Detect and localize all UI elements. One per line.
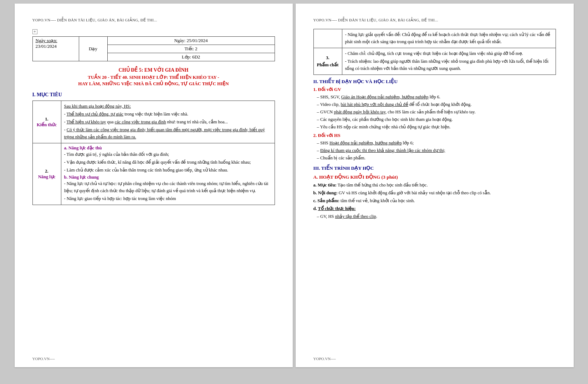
left-footer: YOPO.VN----	[32, 357, 55, 361]
nang-luc-dac-thu-1: - Tìm được giá trị, ý nghĩa của bản thân…	[64, 151, 272, 158]
hoat-dong-title: A. HOẠT ĐỘNG KHỞI ĐỘNG (3 phút)	[313, 174, 556, 180]
section-i-title: I. MỤC TIÊU	[32, 92, 275, 98]
ngay-soan-value: 23/01/2024	[36, 43, 57, 49]
date-table: Ngày soạn: 23/01/2024 Dạy Ngày: 25/01/20…	[32, 36, 275, 61]
kien-thuc-content: Sau khi tham gia hoạt động này, HS: - Th…	[61, 101, 275, 143]
row-label-pham-chat: Phẩm chất	[317, 62, 339, 67]
hoat-dong-c: c. Sản phẩm: tâm thế vui vẻ, hứng khởi c…	[313, 197, 556, 204]
doi-voi-hs-title: 2. Đối với HS	[313, 133, 556, 138]
nang-luc-chung-heading: b. Năng lực chung	[64, 174, 272, 180]
nang-luc-giai-quyet-content: - Năng lực giải quyết vấn đề: Chủ động đ…	[342, 29, 556, 48]
chu-de-heading: CHỦ ĐỀ 5: EM VỚI GIA ĐÌNH	[32, 67, 275, 73]
nang-luc-chung-1: - Năng lực tự chủ và tự học: tự phân côn…	[64, 180, 272, 194]
pham-chat-item-1: - Chăm chỉ: chủ động, tích cực trong việ…	[345, 50, 553, 57]
day-cell: Dạy	[79, 37, 107, 61]
left-page: YOPO.VN---- DIỄN ĐÀN TÀI LIỆU, GIÁO ÁN, …	[15, 4, 293, 367]
gv-item-3: – GVCN phát động ngày hội khéo tay, cho …	[313, 108, 556, 116]
section-iii-title: III. TIẾN TRÌNH DẠY HỌC	[313, 165, 556, 171]
nang-luc-dac-thu-heading: a. Năng lực đặc thù	[64, 145, 272, 151]
row-num-2: 2.	[45, 169, 48, 174]
hs-item-2: – Đăng kí tham gia cuộc thi theo khả năn…	[313, 147, 556, 154]
hoat-dong-b: b. Nội dung: GV và HS cùng khởi động đầu…	[313, 189, 556, 196]
hoat-dong-d-item-1: – GV, HS nhảy tập thể theo clip.	[313, 213, 556, 220]
nang-luc-dac-thu-3: - Làm chủ được cảm xúc của bản thân tron…	[64, 167, 272, 174]
section-ii-title: II. THIẾT BỊ DẠY HỌC VÀ HỌC LIỆU	[313, 78, 556, 85]
kien-thuc-item-3: - Có ý thức làm các công việc trong gia …	[64, 126, 272, 140]
gv-item-2: – Video clip, bài hát phù hợp với nội du…	[313, 101, 556, 108]
right-header: YOPO.VN---- DIỄN ĐÀN TÀI LIỆU, GIÁO ÁN, …	[313, 18, 556, 22]
table-row: - Năng lực giải quyết vấn đề: Chủ động đ…	[313, 29, 556, 48]
hs-item-1: – SHS Hoạt động trải nghiệm, hướng nghiệ…	[313, 139, 556, 147]
tuan-tiet-heading: TUẦN 20 - TIẾT 40. SINH HOẠT LỚP: THỂ HI…	[32, 75, 275, 80]
row-label-nang-luc: Năng lực	[38, 174, 56, 179]
ngay-soan-cell: Ngày soạn: 23/01/2024	[32, 37, 79, 61]
pages-container: YOPO.VN---- DIỄN ĐÀN TÀI LIỆU, GIÁO ÁN, …	[15, 4, 574, 367]
row-header-pham-chat: 3. Phẩm chất	[313, 48, 342, 75]
left-header: YOPO.VN---- DIỄN ĐÀN TÀI LIỆU, GIÁO ÁN, …	[32, 18, 275, 22]
hoat-dong-d: d. Tổ chức thực hiện:	[313, 205, 556, 212]
table-row: 1. Kiến thức Sau khi tham gia hoạt động …	[32, 101, 275, 143]
kien-thuc-item-2: - Thể hiện sự khéo tay qua các công việc…	[64, 118, 272, 126]
gv-item-1: – SHS, SGV, Giáo án Hoạt động trải nghiệ…	[313, 93, 556, 101]
row-header-nang-luc: 2. Năng lực	[32, 143, 61, 205]
gv-item-4: – Các nguyên liệu, các phần thưởng cho h…	[313, 116, 556, 123]
plus-icon[interactable]: +	[32, 29, 37, 34]
right-page: YOPO.VN---- DIỄN ĐÀN TÀI LIỆU, GIÁO ÁN, …	[296, 4, 574, 367]
hs-item-3: – Chuẩn bị các sản phẩm.	[313, 154, 556, 162]
nang-luc-dac-thu-2: - Vận dụng được kiến thức, kĩ năng đã họ…	[64, 159, 272, 166]
right-muc-tieu-table: - Năng lực giải quyết vấn đề: Chủ động đ…	[313, 29, 556, 75]
kien-thuc-item-1: - Thể hiện sự chủ động, tự giác trong vi…	[64, 111, 272, 118]
tiet-label: Tiết: 2	[184, 46, 197, 51]
table-row: 2. Năng lực a. Năng lực đặc thù - Tìm đư…	[32, 143, 275, 205]
gv-item-5: – Yêu cầu HS nộp các minh chứng việc nhà…	[313, 123, 556, 130]
ngay-value-cell: Ngày: 25/01/2024	[107, 37, 275, 45]
right-footer: YOPO.VN----	[313, 357, 336, 361]
row-header-kien-thuc: 1. Kiến thức	[32, 101, 61, 143]
table-row: 3. Phẩm chất - Chăm chỉ: chủ động, tích …	[313, 48, 556, 75]
nang-luc-chung-2: - Năng lực giao tiếp và hợp tác: hợp tác…	[64, 195, 272, 202]
lop-label: Lớp: 6D2	[182, 54, 200, 60]
nang-luc-content: a. Năng lực đặc thù - Tìm được giá trị, …	[61, 143, 275, 205]
kien-thuc-header: Sau khi tham gia hoạt động này, HS:	[64, 103, 272, 110]
row-header-empty	[313, 29, 342, 48]
day-label: Dạy	[89, 46, 97, 51]
tuan-sub-heading: HAY LÀM, NHỮNG VIỆC NHÀ ĐÃ CHỦ ĐỘNG, TỰ …	[32, 81, 275, 87]
hoat-dong-a: a. Mục tiêu: Tạo tâm thế hứng thú cho họ…	[313, 181, 556, 189]
lop-cell: Lớp: 6D2	[107, 53, 275, 61]
row-num-1: 1.	[45, 117, 48, 122]
doi-voi-gv-title: 1. Đối với GV	[313, 87, 556, 92]
ngay-label: Ngày: 25/01/2024	[174, 38, 208, 43]
nang-luc-giai-quyet-item: - Năng lực giải quyết vấn đề: Chủ động đ…	[345, 31, 553, 45]
pham-chat-item-2: - Trách nhiệm: lao động giúp người thân …	[345, 58, 553, 72]
tiet-cell: Tiết: 2	[107, 45, 275, 53]
muc-tieu-table: 1. Kiến thức Sau khi tham gia hoạt động …	[32, 101, 275, 205]
row-num-3: 3.	[326, 55, 329, 60]
row-label-kien-thuc: Kiến thức	[37, 122, 57, 127]
ngay-soan-label: Ngày soạn:	[36, 38, 57, 43]
pham-chat-content: - Chăm chỉ: chủ động, tích cực trong việ…	[342, 48, 556, 75]
